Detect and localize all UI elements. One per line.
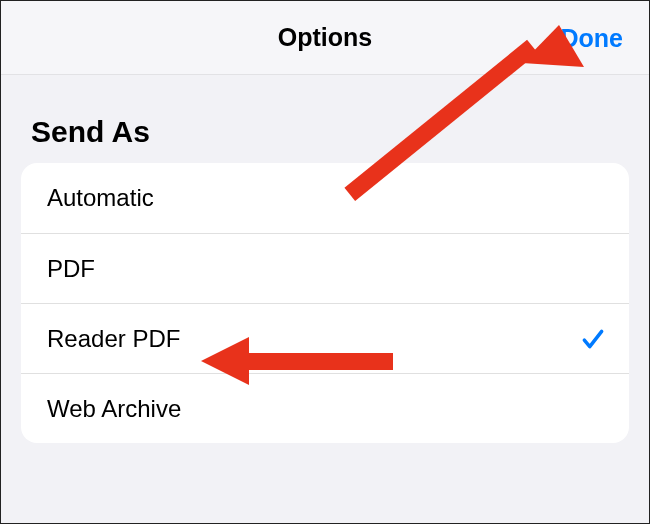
list-item-label: Automatic — [47, 184, 607, 212]
done-button[interactable]: Done — [561, 23, 624, 52]
list-item-automatic[interactable]: Automatic — [21, 163, 629, 233]
section-header-send-as: Send As — [1, 75, 649, 163]
list-item-label: PDF — [47, 255, 607, 283]
send-as-list: Automatic PDF Reader PDF Web Archive — [21, 163, 629, 443]
header: Options Done — [1, 1, 649, 75]
list-item-reader-pdf[interactable]: Reader PDF — [21, 303, 629, 373]
list-item-label: Web Archive — [47, 395, 607, 423]
page-title: Options — [278, 23, 372, 52]
checkmark-icon — [579, 325, 607, 353]
list-item-pdf[interactable]: PDF — [21, 233, 629, 303]
list-item-web-archive[interactable]: Web Archive — [21, 373, 629, 443]
list-item-label: Reader PDF — [47, 325, 579, 353]
